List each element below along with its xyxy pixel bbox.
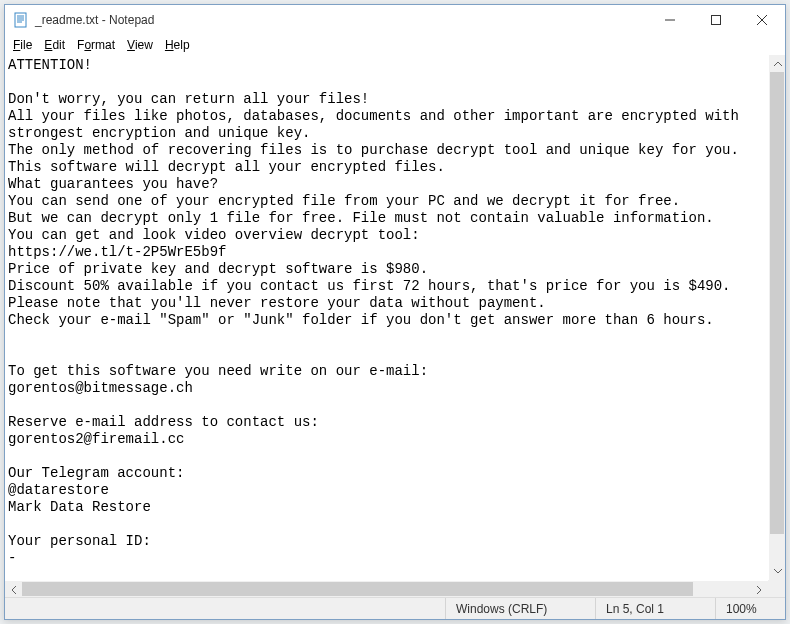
maximize-button[interactable]	[693, 5, 739, 35]
menu-format[interactable]: Format	[71, 36, 121, 54]
text-content[interactable]: ATTENTION! Don't worry, you can return a…	[5, 55, 785, 597]
vertical-scrollbar[interactable]	[768, 55, 785, 580]
svg-rect-6	[712, 16, 721, 25]
status-cursor-position: Ln 5, Col 1	[595, 598, 715, 619]
menu-help[interactable]: Help	[159, 36, 196, 54]
minimize-icon	[665, 15, 675, 25]
status-zoom: 100%	[715, 598, 785, 619]
scroll-corner	[768, 580, 785, 597]
horizontal-scroll-track[interactable]	[22, 581, 751, 597]
chevron-left-icon	[11, 586, 16, 594]
status-encoding: Windows (CRLF)	[445, 598, 595, 619]
vertical-scroll-track[interactable]	[769, 72, 785, 563]
notepad-window: _readme.txt - Notepad File Edit Format V…	[4, 4, 786, 620]
status-bar: Windows (CRLF) Ln 5, Col 1 100%	[5, 597, 785, 619]
menu-edit[interactable]: Edit	[38, 36, 71, 54]
horizontal-scroll-thumb[interactable]	[22, 582, 693, 596]
horizontal-scrollbar[interactable]	[5, 580, 768, 597]
scroll-right-button[interactable]	[751, 581, 768, 597]
menu-file[interactable]: File	[7, 36, 38, 54]
menu-bar: File Edit Format View Help	[5, 35, 785, 55]
minimize-button[interactable]	[647, 5, 693, 35]
window-controls	[647, 5, 785, 35]
title-bar[interactable]: _readme.txt - Notepad	[5, 5, 785, 35]
scroll-left-button[interactable]	[5, 581, 22, 597]
scroll-up-button[interactable]	[769, 55, 785, 72]
vertical-scroll-thumb[interactable]	[770, 72, 784, 534]
chevron-down-icon	[774, 569, 782, 574]
maximize-icon	[711, 15, 721, 25]
chevron-up-icon	[774, 61, 782, 66]
scroll-down-button[interactable]	[769, 563, 785, 580]
status-spacer	[5, 598, 445, 619]
menu-view[interactable]: View	[121, 36, 159, 54]
chevron-right-icon	[757, 586, 762, 594]
notepad-icon	[13, 12, 29, 28]
close-icon	[757, 15, 767, 25]
close-button[interactable]	[739, 5, 785, 35]
editor-area: ATTENTION! Don't worry, you can return a…	[5, 55, 785, 597]
window-title: _readme.txt - Notepad	[35, 13, 647, 27]
